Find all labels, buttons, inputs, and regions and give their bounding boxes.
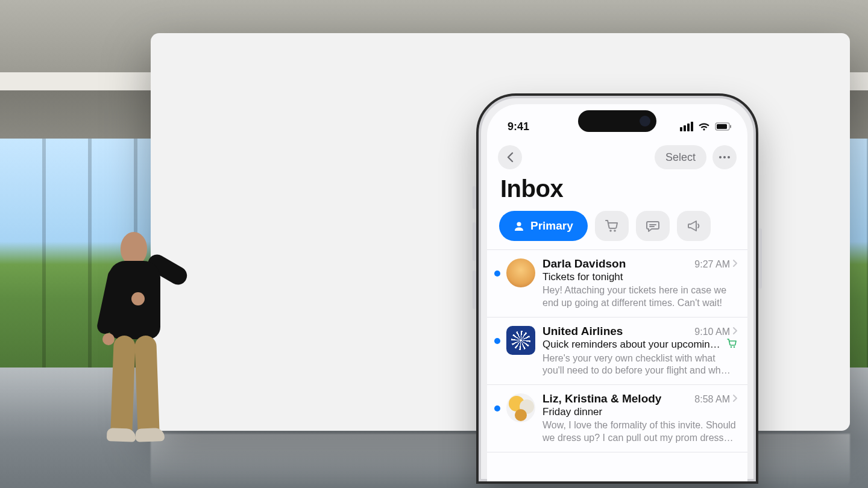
- phone-screen: 9:41: [487, 104, 747, 481]
- unread-indicator: [494, 405, 500, 411]
- presenter-figure: [84, 232, 187, 461]
- message-body: United Airlines9:10 AMQuick reminders ab…: [542, 325, 738, 378]
- message-body: Darla Davidson9:27 AMTickets for tonight…: [542, 257, 738, 310]
- filter-primary-label: Primary: [530, 219, 573, 233]
- svg-point-11: [731, 346, 732, 348]
- filter-row: Primary: [487, 211, 747, 249]
- avatar: [506, 258, 535, 287]
- status-time: 9:41: [508, 120, 529, 133]
- svg-point-5: [728, 156, 730, 158]
- message-preview: Wow, I love the formality of this invite…: [542, 419, 738, 445]
- chevron-right-icon: [732, 259, 738, 270]
- message-preview: Here's your very own checklist with what…: [542, 352, 738, 378]
- more-button[interactable]: [712, 145, 737, 169]
- page-title: Inbox: [487, 169, 747, 211]
- phone-side-button: [473, 271, 476, 309]
- wifi-icon: [698, 122, 710, 131]
- cellular-signal-icon: [680, 122, 693, 131]
- chevron-right-icon: [732, 394, 738, 405]
- cart-icon: [605, 219, 619, 233]
- filter-promotions[interactable]: [677, 211, 711, 241]
- message-subject: Tickets for tonight: [542, 271, 623, 283]
- presentation-screen: 9:41: [151, 33, 850, 431]
- select-button[interactable]: Select: [655, 145, 706, 169]
- message-preview: Hey! Attaching your tickets here in case…: [542, 284, 738, 310]
- message-body: Liz, Kristina & Melody8:58 AMFriday dinn…: [542, 392, 738, 445]
- svg-point-4: [723, 156, 726, 158]
- chevron-right-icon: [732, 327, 738, 337]
- message-subject: Quick reminders about your upcoming…: [542, 339, 723, 351]
- iphone-mockup: 9:41: [476, 93, 758, 484]
- presentation-stage: 9:41: [0, 0, 868, 488]
- unread-indicator: [494, 271, 500, 277]
- svg-point-8: [614, 230, 616, 232]
- avatar: [506, 393, 535, 422]
- filter-updates[interactable]: [636, 211, 670, 241]
- chat-bubble-icon: [646, 219, 660, 233]
- person-icon: [514, 221, 524, 231]
- chevron-left-icon: [506, 152, 514, 163]
- message-list: Darla Davidson9:27 AMTickets for tonight…: [487, 249, 747, 452]
- phone-side-button: [758, 228, 762, 289]
- ellipsis-icon: [719, 155, 731, 159]
- cart-icon: [727, 339, 738, 351]
- message-time: 9:27 AM: [694, 259, 730, 270]
- message-subject: Friday dinner: [542, 406, 602, 418]
- svg-rect-2: [730, 125, 731, 128]
- message-time: 9:10 AM: [694, 327, 730, 337]
- back-button[interactable]: [498, 145, 522, 169]
- svg-rect-1: [717, 124, 727, 129]
- message-sender: United Airlines: [542, 325, 623, 338]
- nav-bar: Select: [487, 139, 747, 169]
- svg-point-7: [609, 230, 612, 232]
- filter-primary[interactable]: Primary: [499, 211, 588, 241]
- select-button-label: Select: [665, 151, 696, 164]
- megaphone-icon: [687, 219, 701, 233]
- message-sender: Darla Davidson: [542, 257, 626, 271]
- message-sender: Liz, Kristina & Melody: [542, 392, 661, 405]
- phone-side-button: [473, 186, 476, 209]
- svg-point-12: [734, 346, 735, 348]
- message-row[interactable]: Liz, Kristina & Melody8:58 AMFriday dinn…: [487, 385, 747, 452]
- phone-side-button: [473, 222, 476, 261]
- svg-point-3: [719, 156, 722, 158]
- message-row[interactable]: United Airlines9:10 AMQuick reminders ab…: [487, 318, 747, 386]
- message-time: 8:58 AM: [694, 394, 730, 405]
- unread-indicator: [494, 338, 500, 344]
- svg-point-6: [517, 222, 521, 226]
- message-row[interactable]: Darla Davidson9:27 AMTickets for tonight…: [487, 250, 747, 318]
- avatar: [506, 326, 535, 355]
- filter-transactions[interactable]: [595, 211, 629, 241]
- battery-icon: [715, 122, 732, 131]
- dynamic-island: [578, 110, 656, 132]
